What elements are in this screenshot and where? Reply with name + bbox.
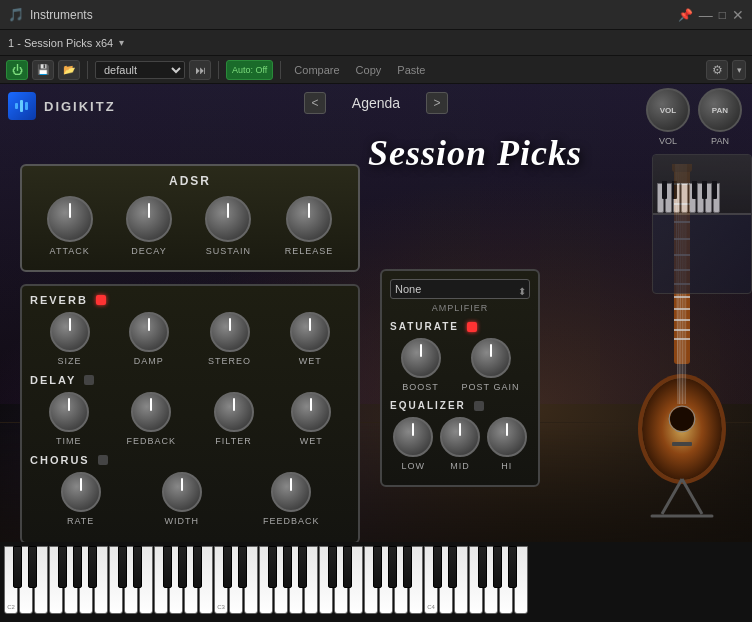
preset-nav-button[interactable]: ⏭: [189, 60, 211, 80]
eq-low-knob[interactable]: [393, 417, 433, 457]
minimize-button[interactable]: —: [699, 8, 713, 22]
reverb-size-knob[interactable]: [50, 312, 90, 352]
chorus-rate-label: RATE: [67, 516, 94, 526]
keyboard: C2C3C4: [4, 546, 528, 620]
attack-knob[interactable]: [47, 196, 93, 242]
black-key[interactable]: [13, 546, 22, 588]
key-note-label: C3: [217, 604, 225, 610]
black-key[interactable]: [28, 546, 37, 588]
reverb-stereo-knob[interactable]: [210, 312, 250, 352]
power-button[interactable]: ⏻: [6, 60, 28, 80]
sustain-knob[interactable]: [205, 196, 251, 242]
delay-wet-wrap: WET: [291, 392, 331, 446]
chorus-section: CHORUS RATE WIDTH FEEDBACK: [30, 454, 350, 526]
post-gain-label: POST GAIN: [462, 382, 520, 392]
chorus-feedback-wrap: FEEDBACK: [263, 472, 320, 526]
black-key[interactable]: [283, 546, 292, 588]
logo-bar: DIGIKITZ: [8, 92, 116, 120]
black-key[interactable]: [373, 546, 382, 588]
eq-mid-label: MID: [450, 461, 470, 471]
eq-mid-knob[interactable]: [440, 417, 480, 457]
maximize-button[interactable]: □: [719, 8, 726, 22]
chorus-width-knob[interactable]: [162, 472, 202, 512]
auto-button[interactable]: Auto: Off: [226, 60, 273, 80]
chorus-feedback-knob[interactable]: [271, 472, 311, 512]
paste-button[interactable]: Paste: [391, 60, 431, 80]
black-key[interactable]: [58, 546, 67, 588]
black-key[interactable]: [388, 546, 397, 588]
open-button[interactable]: 📂: [58, 60, 80, 80]
black-key[interactable]: [328, 546, 337, 588]
session-dropdown-arrow[interactable]: ▾: [119, 37, 124, 48]
compare-button[interactable]: Compare: [288, 60, 345, 80]
black-key[interactable]: [343, 546, 352, 588]
session-label: 1 - Session Picks x64: [8, 37, 113, 49]
black-key[interactable]: [223, 546, 232, 588]
reverb-indicator[interactable]: [96, 295, 106, 305]
saturate-knob-row: BOOST POST GAIN: [390, 338, 530, 392]
equalizer-header: EQUALIZER: [390, 400, 530, 411]
pan-knob[interactable]: PAN: [698, 88, 742, 132]
reverb-damp-wrap: DAMP: [129, 312, 169, 366]
black-key[interactable]: [73, 546, 82, 588]
delay-time-knob[interactable]: [49, 392, 89, 432]
pan-knob-wrap: PAN PAN: [698, 88, 742, 132]
black-key[interactable]: [238, 546, 247, 588]
settings-dropdown-button[interactable]: ▾: [732, 60, 746, 80]
amplifier-dropdown[interactable]: None: [390, 279, 530, 299]
key-note-label: C4: [427, 604, 435, 610]
equalizer-title: EQUALIZER: [390, 400, 466, 411]
title-bar: 🎵 Instruments 📌 — □ ✕: [0, 0, 752, 30]
nav-next-button[interactable]: >: [426, 92, 448, 114]
preset-dropdown[interactable]: default: [95, 61, 185, 79]
boost-knob[interactable]: [401, 338, 441, 378]
eq-low-wrap: LOW: [393, 417, 433, 471]
black-key[interactable]: [298, 546, 307, 588]
copy-button[interactable]: Copy: [350, 60, 388, 80]
delay-title: DELAY: [30, 374, 76, 386]
black-key[interactable]: [448, 546, 457, 588]
boost-label: BOOST: [402, 382, 439, 392]
pin-icon[interactable]: 📌: [678, 8, 693, 22]
saturate-indicator[interactable]: [467, 322, 477, 332]
black-key[interactable]: [478, 546, 487, 588]
black-key[interactable]: [88, 546, 97, 588]
black-key[interactable]: [118, 546, 127, 588]
black-key[interactable]: [493, 546, 502, 588]
key-note-label: C2: [7, 604, 15, 610]
black-key[interactable]: [508, 546, 517, 588]
black-key[interactable]: [163, 546, 172, 588]
amplifier-panel: None ⬍ AMPLIFIER SATURATE BOOST POST GAI…: [380, 269, 540, 487]
reverb-damp-knob[interactable]: [129, 312, 169, 352]
nav-prev-button[interactable]: <: [304, 92, 326, 114]
adsr-title: ADSR: [30, 174, 350, 188]
black-key[interactable]: [403, 546, 412, 588]
eq-hi-knob[interactable]: [487, 417, 527, 457]
black-key[interactable]: [178, 546, 187, 588]
black-key[interactable]: [193, 546, 202, 588]
post-gain-knob[interactable]: [471, 338, 511, 378]
release-knob[interactable]: [286, 196, 332, 242]
settings-gear-button[interactable]: ⚙: [706, 60, 728, 80]
save-button[interactable]: 💾: [32, 60, 54, 80]
separator-1: [87, 61, 88, 79]
chorus-indicator[interactable]: [98, 455, 108, 465]
vol-knob[interactable]: VOL: [646, 88, 690, 132]
delay-wet-knob[interactable]: [291, 392, 331, 432]
effects-panel: REVERB SIZE DAMP STEREO WET: [20, 284, 360, 544]
reverb-damp-label: DAMP: [134, 356, 164, 366]
chorus-rate-knob[interactable]: [61, 472, 101, 512]
delay-filter-knob[interactable]: [214, 392, 254, 432]
delay-indicator[interactable]: [84, 375, 94, 385]
svg-line-33: [662, 479, 682, 514]
black-key[interactable]: [133, 546, 142, 588]
equalizer-indicator[interactable]: [474, 401, 484, 411]
decay-knob[interactable]: [126, 196, 172, 242]
reverb-wet-knob[interactable]: [290, 312, 330, 352]
black-key[interactable]: [433, 546, 442, 588]
delay-feedback-wrap: FEDBACK: [126, 392, 176, 446]
black-key[interactable]: [268, 546, 277, 588]
svg-rect-2: [25, 102, 28, 110]
close-button[interactable]: ✕: [732, 7, 744, 23]
delay-feedback-knob[interactable]: [131, 392, 171, 432]
